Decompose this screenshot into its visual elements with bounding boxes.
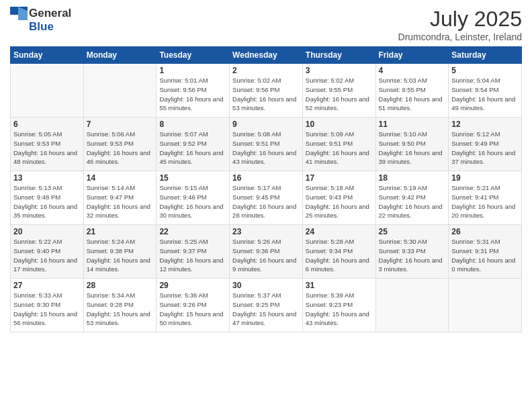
day-number: 12 [451,120,519,129]
day-number: 9 [232,120,300,129]
day-number: 27 [13,281,81,290]
table-row: 12Sunrise: 5:12 AM Sunset: 9:49 PM Dayli… [449,118,522,171]
day-detail: Sunrise: 5:24 AM Sunset: 9:38 PM Dayligh… [87,237,154,274]
day-detail: Sunrise: 5:39 AM Sunset: 9:23 PM Dayligh… [306,291,373,328]
day-detail: Sunrise: 5:12 AM Sunset: 9:49 PM Dayligh… [451,130,519,167]
col-monday: Monday [83,47,157,64]
col-thursday: Thursday [302,47,375,64]
day-detail: Sunrise: 5:04 AM Sunset: 9:54 PM Dayligh… [451,76,519,113]
day-detail: Sunrise: 5:34 AM Sunset: 9:28 PM Dayligh… [87,291,154,328]
table-row: 14Sunrise: 5:14 AM Sunset: 9:47 PM Dayli… [83,171,157,225]
day-detail: Sunrise: 5:05 AM Sunset: 9:53 PM Dayligh… [13,130,81,167]
day-detail: Sunrise: 5:28 AM Sunset: 9:34 PM Dayligh… [306,237,373,274]
day-number: 26 [451,227,519,236]
day-detail: Sunrise: 5:37 AM Sunset: 9:25 PM Dayligh… [232,291,300,328]
table-row: 7Sunrise: 5:06 AM Sunset: 9:53 PM Daylig… [83,118,157,171]
day-number: 31 [306,281,373,290]
table-row: 20Sunrise: 5:22 AM Sunset: 9:40 PM Dayli… [11,225,84,279]
day-number: 21 [87,227,154,236]
logo-general: General [29,7,71,20]
day-detail: Sunrise: 5:18 AM Sunset: 9:43 PM Dayligh… [306,183,373,220]
day-detail: Sunrise: 5:25 AM Sunset: 9:37 PM Dayligh… [159,237,226,274]
calendar-header-row: Sunday Monday Tuesday Wednesday Thursday… [11,47,522,64]
table-row: 17Sunrise: 5:18 AM Sunset: 9:43 PM Dayli… [302,171,375,225]
day-number: 1 [159,66,226,75]
table-row: 25Sunrise: 5:30 AM Sunset: 9:33 PM Dayli… [375,225,449,279]
day-number: 5 [451,66,519,75]
day-detail: Sunrise: 5:15 AM Sunset: 9:46 PM Dayligh… [159,183,226,220]
day-detail: Sunrise: 5:09 AM Sunset: 9:51 PM Dayligh… [306,130,373,167]
table-row: 28Sunrise: 5:34 AM Sunset: 9:28 PM Dayli… [83,279,157,332]
table-row: 13Sunrise: 5:13 AM Sunset: 9:48 PM Dayli… [11,171,84,225]
day-number: 8 [159,120,226,129]
day-number: 16 [232,173,300,183]
day-number: 10 [306,120,373,129]
table-row: 5Sunrise: 5:04 AM Sunset: 9:54 PM Daylig… [449,64,522,118]
day-detail: Sunrise: 5:22 AM Sunset: 9:40 PM Dayligh… [13,237,81,274]
day-number: 17 [306,173,373,183]
day-number: 25 [379,227,446,236]
day-detail: Sunrise: 5:02 AM Sunset: 9:55 PM Dayligh… [306,76,373,113]
day-detail: Sunrise: 5:01 AM Sunset: 9:56 PM Dayligh… [159,76,226,113]
calendar-table: Sunday Monday Tuesday Wednesday Thursday… [10,46,522,332]
table-row [449,279,522,332]
table-row: 6Sunrise: 5:05 AM Sunset: 9:53 PM Daylig… [11,118,84,171]
col-tuesday: Tuesday [157,47,230,64]
table-row: 23Sunrise: 5:26 AM Sunset: 9:36 PM Dayli… [230,225,303,279]
day-detail: Sunrise: 5:31 AM Sunset: 9:31 PM Dayligh… [451,237,519,274]
calendar-week-row: 27Sunrise: 5:33 AM Sunset: 9:30 PM Dayli… [11,279,522,332]
day-number: 13 [13,173,81,183]
table-row: 11Sunrise: 5:10 AM Sunset: 9:50 PM Dayli… [375,118,449,171]
day-detail: Sunrise: 5:14 AM Sunset: 9:47 PM Dayligh… [87,183,154,220]
day-number: 29 [159,281,226,290]
table-row: 27Sunrise: 5:33 AM Sunset: 9:30 PM Dayli… [11,279,84,332]
table-row: 30Sunrise: 5:37 AM Sunset: 9:25 PM Dayli… [230,279,303,332]
table-row: 4Sunrise: 5:03 AM Sunset: 9:55 PM Daylig… [375,64,449,118]
day-detail: Sunrise: 5:07 AM Sunset: 9:52 PM Dayligh… [159,130,226,167]
day-number: 7 [87,120,154,129]
day-number: 18 [379,173,446,183]
day-detail: Sunrise: 5:17 AM Sunset: 9:45 PM Dayligh… [232,183,300,220]
table-row: 21Sunrise: 5:24 AM Sunset: 9:38 PM Dayli… [83,225,157,279]
col-wednesday: Wednesday [230,47,303,64]
table-row [83,64,157,118]
table-row: 2Sunrise: 5:02 AM Sunset: 9:56 PM Daylig… [230,64,303,118]
day-number: 15 [159,173,226,183]
month-title: July 2025 [398,7,522,32]
col-friday: Friday [375,47,449,64]
logo: General Blue [10,7,71,34]
table-row: 26Sunrise: 5:31 AM Sunset: 9:31 PM Dayli… [449,225,522,279]
location: Drumcondra, Leinster, Ireland [398,32,522,42]
table-row: 31Sunrise: 5:39 AM Sunset: 9:23 PM Dayli… [302,279,375,332]
table-row: 8Sunrise: 5:07 AM Sunset: 9:52 PM Daylig… [157,118,230,171]
day-number: 30 [232,281,300,290]
day-detail: Sunrise: 5:03 AM Sunset: 9:55 PM Dayligh… [379,76,446,113]
table-row [375,279,449,332]
day-detail: Sunrise: 5:30 AM Sunset: 9:33 PM Dayligh… [379,237,446,274]
day-detail: Sunrise: 5:33 AM Sunset: 9:30 PM Dayligh… [13,291,81,328]
day-number: 4 [379,66,446,75]
day-detail: Sunrise: 5:19 AM Sunset: 9:42 PM Dayligh… [379,183,446,220]
day-number: 20 [13,227,81,236]
day-detail: Sunrise: 5:06 AM Sunset: 9:53 PM Dayligh… [87,130,154,167]
table-row [11,64,84,118]
title-block: July 2025 Drumcondra, Leinster, Ireland [398,7,522,42]
calendar-week-row: 20Sunrise: 5:22 AM Sunset: 9:40 PM Dayli… [11,225,522,279]
logo-blue: Blue [29,20,54,34]
table-row: 9Sunrise: 5:08 AM Sunset: 9:51 PM Daylig… [230,118,303,171]
day-number: 3 [306,66,373,75]
day-number: 28 [87,281,154,290]
day-number: 23 [232,227,300,236]
table-row: 15Sunrise: 5:15 AM Sunset: 9:46 PM Dayli… [157,171,230,225]
logo-icon [10,7,28,20]
table-row: 10Sunrise: 5:09 AM Sunset: 9:51 PM Dayli… [302,118,375,171]
table-row: 19Sunrise: 5:21 AM Sunset: 9:41 PM Dayli… [449,171,522,225]
calendar-week-row: 6Sunrise: 5:05 AM Sunset: 9:53 PM Daylig… [11,118,522,171]
table-row: 24Sunrise: 5:28 AM Sunset: 9:34 PM Dayli… [302,225,375,279]
table-row: 22Sunrise: 5:25 AM Sunset: 9:37 PM Dayli… [157,225,230,279]
day-number: 11 [379,120,446,129]
table-row: 3Sunrise: 5:02 AM Sunset: 9:55 PM Daylig… [302,64,375,118]
day-detail: Sunrise: 5:02 AM Sunset: 9:56 PM Dayligh… [232,76,300,113]
day-number: 22 [159,227,226,236]
col-saturday: Saturday [449,47,522,64]
